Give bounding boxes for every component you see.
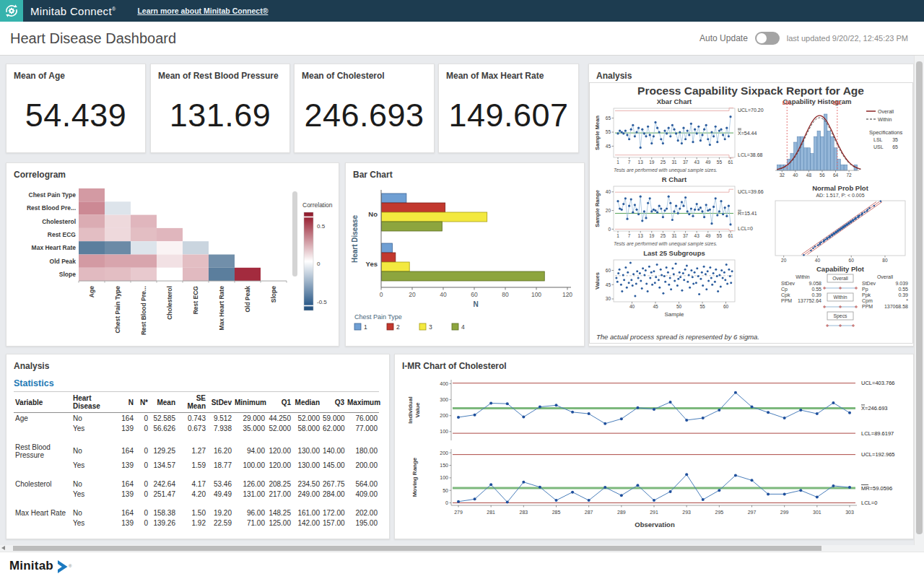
svg-text:Overall: Overall xyxy=(832,276,848,281)
svg-text:137752.64: 137752.64 xyxy=(798,298,821,303)
stats-column-header: Q1 xyxy=(266,392,292,413)
analysis-sixpack-panel: Analysis Process Capability Sixpack Repo… xyxy=(588,64,914,347)
svg-text:285: 285 xyxy=(552,510,561,515)
svg-text:19: 19 xyxy=(649,233,655,238)
svg-text:48: 48 xyxy=(806,173,812,178)
sync-gear-icon xyxy=(4,3,19,19)
kpi-label: Mean of Max Heart Rate xyxy=(439,64,578,81)
svg-text:Age: Age xyxy=(88,286,95,297)
svg-text:AD: 1.517, P: < 0.005: AD: 1.517, P: < 0.005 xyxy=(816,193,864,198)
svg-text:Chest Pain Type: Chest Pain Type xyxy=(29,191,77,199)
svg-text:1: 1 xyxy=(616,233,619,238)
svg-text:0: 0 xyxy=(608,227,611,232)
svg-text:0: 0 xyxy=(445,500,448,505)
svg-text:R=15.41: R=15.41 xyxy=(738,211,757,216)
svg-text:Rest Blood Pre...: Rest Blood Pre... xyxy=(140,286,147,335)
scroll-left-arrow-icon[interactable] xyxy=(1,546,5,550)
svg-text:*: * xyxy=(906,298,908,303)
svg-text:LCL=38.68: LCL=38.68 xyxy=(738,152,763,157)
svg-text:55: 55 xyxy=(606,129,611,134)
svg-text:37: 37 xyxy=(683,160,689,165)
vertical-scrollbar-thumb[interactable] xyxy=(916,61,923,534)
svg-text:35: 35 xyxy=(892,137,898,142)
svg-text:Slope: Slope xyxy=(270,286,277,302)
svg-text:Cp: Cp xyxy=(781,287,788,292)
svg-text:20: 20 xyxy=(781,258,787,263)
panel-title: Correlogram xyxy=(6,163,339,180)
horizontal-scrollbar-thumb[interactable] xyxy=(13,546,821,551)
stats-table-row: Yes139056.6260.6737.93835.00052.00058.00… xyxy=(14,423,379,433)
vertical-scrollbar[interactable] xyxy=(914,56,924,545)
svg-text:7: 7 xyxy=(628,160,631,165)
svg-text:100: 100 xyxy=(440,475,448,480)
svg-text:40: 40 xyxy=(815,258,821,263)
svg-text:X=246.693: X=246.693 xyxy=(861,405,888,412)
svg-text:Values: Values xyxy=(594,272,601,290)
svg-text:Heart Disease: Heart Disease xyxy=(351,214,359,263)
horizontal-scrollbar[interactable] xyxy=(0,545,924,552)
svg-text:UCL=39.66: UCL=39.66 xyxy=(738,189,764,194)
kpi-card-mean-of-age: Mean of Age 54.439 xyxy=(6,64,146,153)
stats-column-header: N xyxy=(116,392,135,413)
svg-text:55: 55 xyxy=(717,233,723,238)
svg-text:4: 4 xyxy=(461,323,465,331)
svg-text:400: 400 xyxy=(440,381,448,386)
svg-text:60: 60 xyxy=(471,291,478,298)
analysis-statistics-panel: Analysis Statistics VariableHeart Diseas… xyxy=(6,354,390,539)
svg-text:Overall: Overall xyxy=(877,274,894,279)
svg-text:1: 1 xyxy=(364,323,367,331)
kpi-label: Mean of Rest Blood Pressure xyxy=(151,64,289,81)
svg-text:0.5: 0.5 xyxy=(317,223,326,230)
svg-text:LCL=0: LCL=0 xyxy=(738,226,753,231)
svg-text:Specs: Specs xyxy=(834,313,847,319)
svg-text:Capability Plot: Capability Plot xyxy=(816,265,865,273)
svg-text:Ppk: Ppk xyxy=(862,292,871,298)
svg-text:-0.5: -0.5 xyxy=(317,299,327,305)
svg-text:Correlation: Correlation xyxy=(302,201,333,209)
svg-text:43: 43 xyxy=(694,160,700,165)
svg-text:200: 200 xyxy=(440,450,448,456)
svg-text:40: 40 xyxy=(629,304,635,309)
svg-text:Sample Mean: Sample Mean xyxy=(594,116,601,150)
svg-text:N: N xyxy=(473,300,478,308)
auto-update-label: Auto Update xyxy=(699,33,748,43)
stats-table-row: Yes1390134.571.5918.77100.00120.00130.00… xyxy=(14,460,379,470)
statistics-table: VariableHeart DiseaseNN*MeanSE MeanStDev… xyxy=(14,391,379,528)
stats-table-row: AgeNo164052.5850.7439.51229.00044.25052.… xyxy=(14,413,379,424)
svg-text:Within: Within xyxy=(878,117,892,122)
svg-text:60: 60 xyxy=(849,258,855,263)
svg-text:USL: USL xyxy=(832,100,842,105)
svg-text:80: 80 xyxy=(882,258,888,263)
svg-text:299: 299 xyxy=(780,510,789,515)
svg-text:1: 1 xyxy=(616,160,619,165)
learn-more-link[interactable]: Learn more about Minitab Connect® xyxy=(137,6,268,15)
svg-text:The actual process spread is r: The actual process spread is represented… xyxy=(596,333,759,341)
svg-text:Tests are performed with unequ: Tests are performed with unequal sample … xyxy=(614,167,718,173)
svg-text:7: 7 xyxy=(628,233,631,238)
stats-table-row: Yes1390251.474.2049.49131.00217.00249.00… xyxy=(14,489,379,499)
page-header: Heart Disease Dashboard Auto Update last… xyxy=(0,22,924,56)
svg-text:25: 25 xyxy=(661,160,666,165)
svg-text:40: 40 xyxy=(440,291,447,298)
svg-text:295: 295 xyxy=(715,510,723,515)
stats-column-header: Q3 xyxy=(321,392,346,413)
svg-text:31: 31 xyxy=(671,160,677,165)
auto-update-toggle[interactable] xyxy=(755,32,780,45)
svg-text:283: 283 xyxy=(519,510,528,515)
svg-text:Sample: Sample xyxy=(664,311,684,318)
svg-text:55: 55 xyxy=(717,160,723,165)
svg-text:200: 200 xyxy=(440,413,448,418)
panel-title: Bar Chart xyxy=(346,163,584,180)
stats-column-header: Heart Disease xyxy=(71,392,116,413)
svg-text:LCL=0: LCL=0 xyxy=(861,500,877,506)
kpi-value: 54.439 xyxy=(6,97,145,134)
svg-text:303: 303 xyxy=(845,510,854,515)
svg-text:56: 56 xyxy=(819,173,825,178)
svg-text:Chest Pain Type: Chest Pain Type xyxy=(354,313,402,321)
svg-text:Cpm: Cpm xyxy=(862,298,873,304)
svg-text:0.39: 0.39 xyxy=(811,292,821,297)
svg-text:9.058: 9.058 xyxy=(808,281,821,286)
svg-text:Tests are performed with unequ: Tests are performed with unequal sample … xyxy=(614,241,718,247)
svg-text:289: 289 xyxy=(617,510,626,515)
svg-text:UCL=403.766: UCL=403.766 xyxy=(861,380,895,386)
